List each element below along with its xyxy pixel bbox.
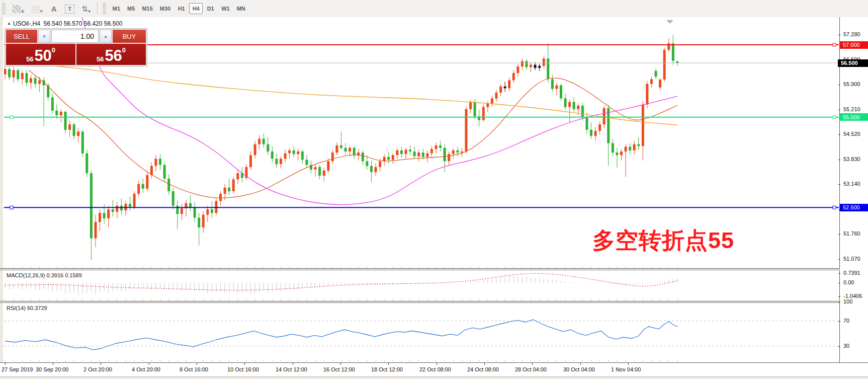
macd-label: MACD(12,26,9) 0.3916 0.1589 (7, 272, 82, 278)
time-label[interactable]: 30 Oct 04:00 (563, 366, 595, 372)
price-tick-label: 51.070 (843, 256, 860, 262)
price-axis: 57.28056.59055.90055.21054.52053.83053.1… (840, 17, 868, 379)
bid-price-box[interactable]: 56500 (6, 44, 75, 65)
current-price-label: 56.500 (838, 59, 868, 67)
price-tick (838, 110, 840, 110)
text-label-tool-button[interactable]: A (47, 3, 60, 15)
buy-button[interactable]: BUY (113, 30, 146, 43)
time-label[interactable]: 10 Oct 16:00 (227, 366, 259, 372)
pivot-line-55-handle-left[interactable] (10, 116, 13, 119)
macd-tick (838, 296, 840, 297)
support-line-52.5-handle-right[interactable] (833, 206, 836, 209)
support-line-52.5-handle-left[interactable] (10, 206, 13, 209)
toolbar-grip[interactable] (2, 3, 6, 14)
timeframe-button-mn[interactable]: MN (234, 3, 248, 14)
pivot-line-55-handle-right[interactable] (833, 116, 836, 119)
time-tick (484, 363, 485, 365)
collapse-panel-icon[interactable]: ▲ (7, 21, 11, 26)
toolbar: EFAT⇅▾ M1M5M15M30H1H4D1W1MN (0, 0, 868, 18)
time-tick (101, 363, 101, 365)
text-box-icon: T (65, 5, 74, 14)
bid-big-digits: 50 (34, 49, 51, 63)
time-tick (628, 363, 629, 365)
timeframe-button-m1[interactable]: M1 (110, 3, 123, 14)
time-axis: 27 Sep 201930 Sep 20:002 Oct 20:004 Oct … (0, 362, 868, 377)
macd-indicator-panel[interactable] (4, 270, 839, 301)
resistance-line-57-price-label: 57.000 (840, 41, 868, 49)
toolbar-grip-2[interactable] (103, 3, 106, 14)
time-label[interactable]: 18 Oct 12:00 (371, 366, 403, 372)
time-label[interactable]: 1 Nov 04:00 (611, 366, 641, 372)
time-tick (149, 363, 149, 365)
price-tick (838, 259, 840, 260)
one-click-trade-panel: SELL ▼ 1.00 ▲ BUY 56500 56560 (5, 28, 147, 66)
bid-small-digits: 56 (26, 55, 33, 63)
time-label[interactable]: 4 Oct 20:00 (132, 366, 160, 372)
timeframe-button-d1[interactable]: D1 (204, 3, 217, 14)
macd-tick-label: 0.00 (843, 279, 854, 285)
volume-input[interactable]: 1.00 (51, 30, 99, 43)
price-tick (838, 234, 840, 235)
time-tick (197, 363, 197, 365)
time-label[interactable]: 14 Oct 12:00 (276, 366, 307, 372)
time-label[interactable]: 24 Oct 08:00 (467, 366, 499, 372)
price-tick (838, 35, 840, 35)
timeframe-button-m30[interactable]: M30 (157, 3, 173, 14)
macd-tick (838, 283, 840, 283)
bid-sup-digit: 0 (52, 43, 55, 58)
pivot-line-55-price-label: 55.000 (840, 113, 868, 121)
equidistant-channel-tool-sub: E (22, 9, 24, 14)
rsi-tick (838, 302, 840, 302)
fibonacci-tool-icon (31, 6, 40, 13)
price-tick-label: 53.140 (843, 181, 860, 187)
rsi-tick-label: 100 (843, 298, 852, 305)
price-tick (838, 160, 840, 160)
timeframe-button-m5[interactable]: M5 (124, 3, 138, 14)
rsi-indicator-panel[interactable] (4, 303, 839, 362)
chart-annotation-text: 多空转折点55 (592, 225, 734, 256)
time-tick (580, 363, 581, 365)
toolb​ar-separator (97, 3, 98, 15)
time-label[interactable]: 16 Oct 12:00 (323, 366, 355, 372)
time-label[interactable]: 30 Sep 20:00 (36, 366, 68, 372)
quote-header: ▲USOil-,H4 56.540 56.570 56.420 56.500 (7, 20, 122, 27)
time-tick (293, 363, 293, 365)
text-box-tool-button[interactable]: T (62, 3, 77, 15)
time-tick (244, 363, 245, 365)
time-label[interactable]: 27 Sep 2019 (2, 366, 33, 372)
price-tick-label: 55.900 (843, 81, 860, 87)
timeframe-button-h4[interactable]: H4 (189, 3, 203, 14)
sell-button[interactable]: SELL (6, 30, 37, 43)
price-tick-label: 57.280 (843, 31, 860, 37)
rsi-label: RSI(14) 60.3729 (7, 305, 47, 311)
quote-low: 56.420 (84, 20, 103, 27)
price-tick-label: 54.520 (843, 131, 860, 137)
macd-tick (838, 273, 840, 274)
time-label[interactable]: 8 Oct 16:00 (180, 366, 208, 372)
price-tick-label: 51.760 (843, 231, 860, 237)
price-tick-label: 55.210 (843, 106, 860, 112)
equidistant-channel-tool-icon (12, 5, 21, 13)
time-label[interactable]: 22 Oct 08:00 (419, 366, 451, 372)
fibonacci-tool-sub: F (40, 9, 43, 14)
timeframe-button-w1[interactable]: W1 (218, 3, 233, 14)
volume-decrease-button[interactable]: ▼ (38, 30, 50, 43)
timeframe-button-h1[interactable]: H1 (175, 3, 188, 14)
fibonacci-tool-button[interactable]: F (29, 3, 45, 15)
time-label[interactable]: 28 Oct 04:00 (515, 366, 547, 372)
resistance-line-57-handle-right[interactable] (833, 43, 836, 46)
drawing-tools-group: EFAT⇅▾ (9, 3, 94, 15)
trading-terminal-window: EFAT⇅▾ M1M5M15M30H1H4D1W1MN ▲USOil-,H4 5… (0, 0, 868, 379)
rsi-tick (838, 346, 840, 347)
ask-sup-digit: 0 (122, 43, 126, 58)
macd-tick-label: 0.7391 (843, 270, 860, 276)
ask-big-digits: 56 (105, 49, 122, 63)
volume-increase-button[interactable]: ▲ (100, 30, 112, 43)
arrows-tool-button[interactable]: ⇅▾ (79, 3, 93, 15)
macd-tick-label: -1.0406 (843, 293, 862, 299)
timeframe-button-m15[interactable]: M15 (139, 3, 155, 14)
time-label[interactable]: 2 Oct 20:00 (83, 366, 112, 372)
ask-price-box[interactable]: 56560 (76, 44, 146, 65)
time-tick (437, 363, 437, 365)
equidistant-channel-tool-button[interactable]: E (10, 3, 27, 15)
